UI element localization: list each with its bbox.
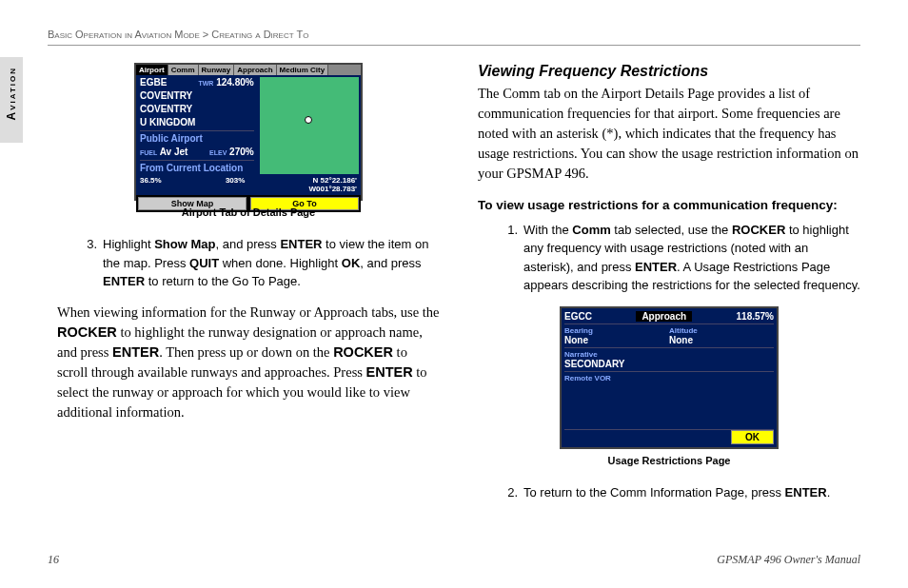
- proc-step-2: 2. To return to the Comm Information Pag…: [504, 483, 860, 502]
- proc-step-1: 1. With the Comm tab selected, use the R…: [504, 221, 860, 295]
- breadcrumb-section: Basic Operation in Aviation Mode: [48, 29, 200, 40]
- breadcrumb-sub: Creating a Direct To: [211, 29, 308, 40]
- sc1-tab: Runway: [199, 65, 235, 75]
- paragraph-comm-intro: The Comm tab on the Airport Details Page…: [478, 84, 860, 184]
- breadcrumb: Basic Operation in Aviation Mode > Creat…: [48, 29, 860, 40]
- heading-procedure: To view usage restrictions for a communi…: [478, 197, 860, 215]
- step-3: 3. Highlight Show Map, and press ENTER t…: [84, 235, 440, 291]
- paragraph-runway: When viewing information for the Runway …: [57, 303, 440, 422]
- section-tab: Aviation: [0, 57, 23, 143]
- right-column: Viewing Frequency Restrictions The Comm …: [478, 63, 860, 513]
- section-tab-label: Aviation: [5, 67, 18, 121]
- manual-title: GPSMAP 496 Owner's Manual: [717, 553, 860, 567]
- footer: 16 GPSMAP 496 Owner's Manual: [48, 553, 860, 567]
- sc1-map: [260, 77, 359, 174]
- sc1-tabrow: Airport Comm Runway Approach Medium City: [136, 65, 361, 75]
- caption-2: Usage Restrictions Page: [478, 455, 860, 466]
- sc1-tab: Medium City: [277, 65, 329, 75]
- page-number: 16: [48, 553, 59, 567]
- sc1-tab: Approach: [234, 65, 276, 75]
- sc1-tab: Comm: [168, 65, 199, 75]
- sc2-ok-button: OK: [731, 430, 774, 444]
- screenshot-usage-restrictions: EGCC Approach 118.57% BearingNone Altitu…: [560, 306, 779, 449]
- sc1-tab: Airport: [136, 65, 168, 75]
- rule-top: [48, 45, 860, 46]
- left-column: Airport Comm Runway Approach Medium City…: [57, 63, 440, 513]
- caption-1: Airport Tab of Details Page: [57, 206, 440, 218]
- screenshot-airport-details: Airport Comm Runway Approach Medium City…: [134, 63, 363, 201]
- heading-freq-restrictions: Viewing Frequency Restrictions: [478, 63, 860, 80]
